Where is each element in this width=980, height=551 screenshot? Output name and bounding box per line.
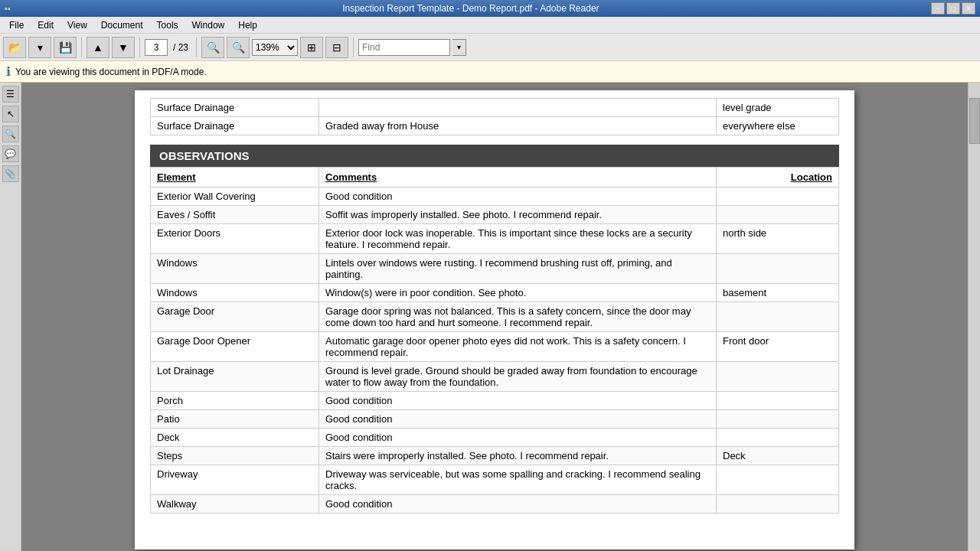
comment-cell: Automatic garage door opener photo eyes … bbox=[319, 332, 717, 362]
location-cell bbox=[717, 187, 839, 206]
location-cell bbox=[717, 495, 839, 514]
menu-edit[interactable]: Edit bbox=[31, 18, 60, 32]
element-cell: Driveway bbox=[151, 465, 319, 495]
location-cell: level grade bbox=[717, 99, 839, 117]
comment-tool[interactable]: 💬 bbox=[2, 145, 19, 162]
menu-bar: File Edit View Document Tools Window Hel… bbox=[0, 17, 980, 34]
observations-table: Element Comments Location Exterior Wall … bbox=[150, 167, 839, 514]
info-bar: ℹ You are viewing this document in PDF/A… bbox=[0, 61, 980, 83]
comment-cell: Soffit was improperly installed. See pho… bbox=[319, 206, 717, 224]
element-cell: Garage Door Opener bbox=[151, 332, 319, 362]
main-area: ☰ ↖ 🔍 💬 📎 Surface Drainage level grade S… bbox=[0, 83, 980, 551]
right-scrollbar[interactable] bbox=[968, 83, 980, 551]
menu-tools[interactable]: Tools bbox=[151, 18, 185, 32]
menu-file[interactable]: File bbox=[3, 18, 30, 32]
element-cell: Windows bbox=[151, 254, 319, 284]
fit-width-button[interactable]: ⊟ bbox=[325, 37, 348, 58]
location-cell bbox=[717, 254, 839, 284]
open-button[interactable]: 📂 bbox=[3, 37, 26, 58]
table-row: Patio Good condition bbox=[151, 410, 839, 429]
comment-cell bbox=[319, 99, 717, 117]
minimize-button[interactable]: − bbox=[931, 2, 945, 15]
element-cell: Patio bbox=[151, 410, 319, 429]
save-button[interactable]: 💾 bbox=[54, 37, 77, 58]
separator-4 bbox=[353, 37, 354, 57]
title-bar-text: Inspection Report Template - Demo Report… bbox=[11, 3, 931, 14]
find-dropdown[interactable]: ▾ bbox=[452, 39, 466, 56]
zoom-select[interactable]: 139% bbox=[252, 39, 298, 56]
element-cell: Surface Drainage bbox=[151, 99, 319, 117]
comment-cell: Good condition bbox=[319, 410, 717, 429]
element-cell: Eaves / Soffit bbox=[151, 206, 319, 224]
page-number-input[interactable] bbox=[145, 39, 168, 56]
comment-cell: Good condition bbox=[319, 187, 717, 206]
doc-content: Surface Drainage level grade Surface Dra… bbox=[135, 90, 854, 521]
table-row: Driveway Driveway was serviceable, but w… bbox=[151, 465, 839, 495]
find-input[interactable] bbox=[358, 39, 450, 56]
comment-cell: Exterior door lock was inoperable. This … bbox=[319, 224, 717, 254]
next-page-button[interactable]: ▼ bbox=[112, 37, 135, 58]
element-cell: Garage Door bbox=[151, 302, 319, 332]
element-cell: Walkway bbox=[151, 495, 319, 514]
menu-document[interactable]: Document bbox=[95, 18, 149, 32]
attach-tool[interactable]: 📎 bbox=[2, 165, 19, 182]
table-row: Walkway Good condition bbox=[151, 495, 839, 514]
comment-cell: Window(s) were in poor condition. See ph… bbox=[319, 284, 717, 302]
prev-page-button[interactable]: ▲ bbox=[87, 37, 109, 58]
separator-3 bbox=[196, 37, 197, 57]
menu-help[interactable]: Help bbox=[232, 18, 263, 32]
close-button[interactable]: × bbox=[962, 2, 975, 15]
info-text: You are viewing this document in PDF/A m… bbox=[15, 67, 207, 77]
table-row: Lot Drainage Ground is level grade. Grou… bbox=[151, 362, 839, 392]
location-cell bbox=[717, 392, 839, 410]
pdf-area: Surface Drainage level grade Surface Dra… bbox=[21, 83, 968, 551]
element-cell: Surface Drainage bbox=[151, 117, 319, 135]
hand-tool[interactable]: ☰ bbox=[2, 86, 19, 103]
comment-cell: Stairs were improperly installed. See ph… bbox=[319, 447, 717, 465]
scrollbar-thumb[interactable] bbox=[969, 98, 980, 144]
zoom-tool[interactable]: 🔍 bbox=[2, 126, 19, 142]
col-element: Element bbox=[151, 168, 319, 187]
table-row: Exterior Wall Covering Good condition bbox=[151, 187, 839, 206]
recent-button[interactable]: ▾ bbox=[28, 37, 51, 58]
location-cell bbox=[717, 302, 839, 332]
location-cell bbox=[717, 410, 839, 429]
location-cell: Deck bbox=[717, 447, 839, 465]
page-total: / 23 bbox=[170, 42, 191, 53]
table-row: Exterior Doors Exterior door lock was in… bbox=[151, 224, 839, 254]
left-panel: ☰ ↖ 🔍 💬 📎 bbox=[0, 83, 21, 551]
partial-table: Surface Drainage level grade Surface Dra… bbox=[150, 98, 839, 135]
comment-cell: Good condition bbox=[319, 429, 717, 447]
comment-cell: Lintels over windows were rusting. I rec… bbox=[319, 254, 717, 284]
table-row: Porch Good condition bbox=[151, 392, 839, 410]
element-cell: Porch bbox=[151, 392, 319, 410]
element-cell: Exterior Wall Covering bbox=[151, 187, 319, 206]
comment-cell: Good condition bbox=[319, 495, 717, 514]
title-bar: ▪▪ Inspection Report Template - Demo Rep… bbox=[0, 0, 980, 17]
element-cell: Windows bbox=[151, 284, 319, 302]
menu-view[interactable]: View bbox=[61, 18, 93, 32]
separator-1 bbox=[81, 37, 82, 57]
info-icon: ℹ bbox=[6, 64, 11, 79]
location-cell: everywhere else bbox=[717, 117, 839, 135]
comment-cell: Graded away from House bbox=[319, 117, 717, 135]
col-comments: Comments bbox=[319, 168, 717, 187]
title-bar-buttons[interactable]: − □ × bbox=[931, 2, 975, 15]
table-row: Surface Drainage Graded away from House … bbox=[151, 117, 839, 135]
select-tool[interactable]: ↖ bbox=[2, 106, 19, 122]
element-cell: Exterior Doors bbox=[151, 224, 319, 254]
location-cell bbox=[717, 429, 839, 447]
restore-button[interactable]: □ bbox=[946, 2, 960, 15]
zoom-out-button[interactable]: 🔍 bbox=[201, 37, 224, 58]
col-location: Location bbox=[717, 168, 839, 187]
element-cell: Lot Drainage bbox=[151, 362, 319, 392]
zoom-in-button[interactable]: 🔍 bbox=[227, 37, 250, 58]
fit-page-button[interactable]: ⊞ bbox=[300, 37, 323, 58]
menu-window[interactable]: Window bbox=[186, 18, 231, 32]
table-row: Eaves / Soffit Soffit was improperly ins… bbox=[151, 206, 839, 224]
location-cell: Front door bbox=[717, 332, 839, 362]
table-row: Garage Door Opener Automatic garage door… bbox=[151, 332, 839, 362]
table-row: Windows Lintels over windows were rustin… bbox=[151, 254, 839, 284]
table-row: Surface Drainage level grade bbox=[151, 99, 839, 117]
comment-cell: Driveway was serviceable, but was some s… bbox=[319, 465, 717, 495]
